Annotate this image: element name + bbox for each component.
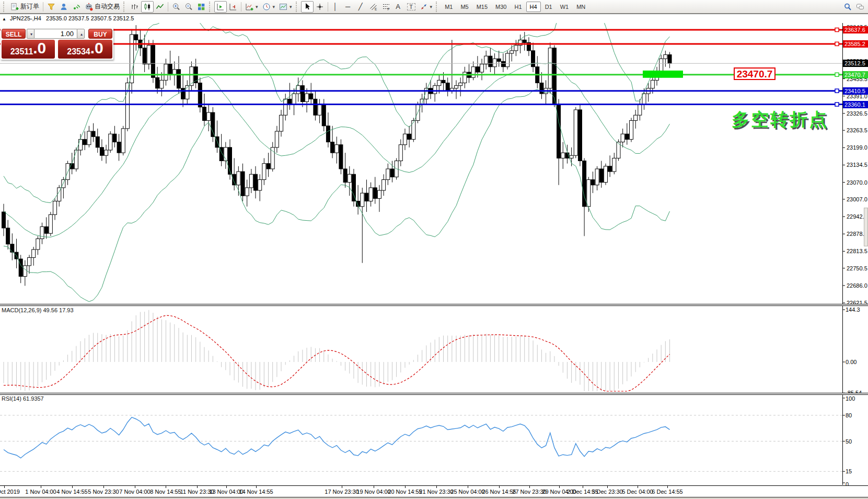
periods-button[interactable]: ▾ [260,1,277,13]
price-tick-label: 22686.0 [847,282,867,289]
text-label-button[interactable]: T [405,1,418,13]
candle-body [62,179,65,187]
candle-body [557,105,561,158]
candle-body [373,188,377,199]
time-axis-tick [374,486,374,488]
auto-scroll-button[interactable] [214,1,227,13]
sell-button[interactable]: SELL [2,29,26,39]
volume-input[interactable] [34,29,77,39]
time-axis-label: 27 Nov 23:30 [512,489,546,495]
fibonacci-button[interactable]: F [380,1,392,13]
timeframe-w1[interactable]: W1 [557,2,573,12]
timeframe-m15[interactable]: M15 [473,2,491,12]
symbol-title: JPN225-,H4 [10,15,41,21]
time-axis-label: 20 Nov 14:55 [388,489,422,495]
panel-separator[interactable] [0,304,868,306]
crosshair-button[interactable] [314,1,326,13]
auto-scroll-icon [216,3,225,11]
buy-button[interactable]: BUY [88,29,112,39]
text-tool-button[interactable]: A [392,1,405,13]
trendline-button[interactable]: ╱ [355,1,367,13]
macd-panel-canvas[interactable] [0,306,868,393]
rsi-scale-label: 80 [846,412,852,418]
signals-button[interactable] [70,1,83,13]
chart-shift-button[interactable] [227,1,239,13]
panel-separator[interactable] [0,393,868,395]
rsi-value: 61.9357 [23,395,44,402]
timeframe-d1[interactable]: D1 [541,2,556,12]
line-anchor-marker [835,89,839,93]
rsi-panel-canvas[interactable] [0,394,868,485]
candle-body [591,179,595,185]
candlestick-chart-button[interactable] [141,1,154,13]
timeframe-m5[interactable]: M5 [457,2,472,12]
macd-histogram [4,310,670,391]
time-axis-label: 5 Dec 04:00 [622,489,653,495]
time-axis-label: 25 Nov 04:00 [450,489,484,495]
autotrading-button[interactable]: 自动交易 [83,1,122,13]
candle-body [506,53,510,67]
new-order-button[interactable]: 新订单 [8,1,41,13]
equidistant-channel-button[interactable]: E [367,1,380,13]
time-axis-tick [638,486,638,488]
text-annotation[interactable]: 多空转折点 [732,108,828,132]
timeframe-mn[interactable]: MN [573,2,589,12]
zoom-out-button[interactable] [182,1,195,13]
candle-body [40,226,44,239]
timeframe-h1[interactable]: H1 [511,2,526,12]
line-chart-button[interactable] [154,1,166,13]
candle-body [105,150,108,155]
candle-body [134,35,138,40]
candle-body [28,257,31,265]
arrows-button[interactable]: ▾ [418,1,435,13]
chat-button[interactable] [854,1,866,13]
sell-price-display[interactable]: 23511.0 [2,40,55,59]
mql5-market-button[interactable] [45,1,57,13]
chart-window[interactable]: ▲ JPN225-,H4 23535.0 23537.5 23507.5 235… [0,14,868,499]
volume-decrease-button[interactable]: ▾ [27,29,34,39]
candle-body [100,148,103,155]
time-axis-label: 3 Dec 23:30 [592,489,622,495]
indicators-button[interactable]: ▾ [243,1,260,13]
templates-button[interactable]: ▾ [277,1,294,13]
candle-body [612,158,616,172]
time-axis-tick [4,486,5,488]
main-chart-canvas[interactable] [0,23,868,304]
sell-price-frac: .0 [33,40,46,56]
scrollbar-thumb[interactable] [864,208,868,246]
toolbar-grip [123,2,126,12]
candle-body [510,51,514,53]
candle-body [271,148,274,169]
candle-body [177,70,180,88]
price-tick-label: 22750.5 [847,265,867,271]
macd-scale-label: 0.00 [846,359,857,365]
timeframe-m30[interactable]: M30 [492,2,510,12]
profile-button[interactable] [57,1,70,13]
candle-body [493,59,496,66]
candle-body [211,112,215,137]
cursor-button[interactable] [301,1,314,13]
collapse-triangle-icon[interactable]: ▲ [2,17,6,21]
timeframe-m1[interactable]: M1 [441,2,456,12]
chevron-down-icon: ▾ [256,4,258,9]
candle-body [74,150,78,169]
volume-increase-button[interactable]: ▴ [77,29,85,39]
one-click-trading-panel: SELL ▾ ▴ BUY 23511.0 23534.0 [1,28,113,60]
price-annotation-label[interactable]: 23470.7 [734,67,776,80]
candle-body [399,145,402,161]
bar-chart-button[interactable] [129,1,141,13]
zoom-in-button[interactable] [170,1,182,13]
candle-body [501,61,505,66]
line-anchor-marker [835,28,839,32]
candle-body [275,131,279,148]
candle-body [377,190,381,198]
time-axis-tick [103,486,104,488]
candle-body [83,139,87,144]
buy-price-display[interactable]: 23534.0 [58,40,112,59]
time-axis[interactable]: 30 Oct 20191 Nov 04:004 Nov 14:555 Nov 2… [0,486,868,497]
horizontal-line-button[interactable]: ─ [342,1,355,13]
tile-windows-button[interactable] [195,1,207,13]
search-button[interactable] [841,1,854,13]
vertical-line-button[interactable]: │ [330,1,342,13]
timeframe-h4[interactable]: H4 [526,2,541,12]
